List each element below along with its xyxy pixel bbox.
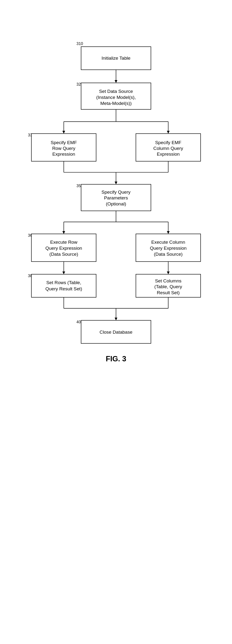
diagram-container: 310 Initialize Table 320 Set Data Source… [5, 5, 227, 644]
